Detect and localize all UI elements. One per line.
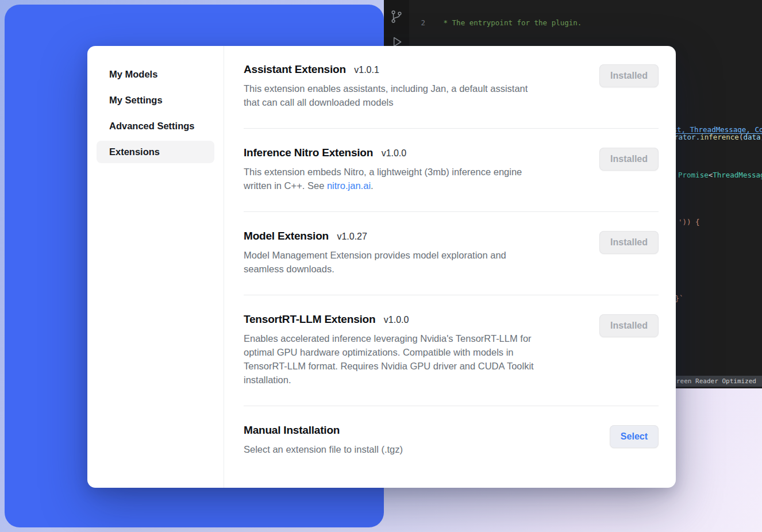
manual-installation-row: Manual Installation Select an extension … (244, 406, 659, 468)
extension-version: v1.0.0 (384, 315, 409, 325)
installed-button[interactable]: Installed (599, 231, 659, 254)
select-file-button[interactable]: Select (610, 425, 659, 448)
extension-description: seamless downloads. (244, 262, 506, 276)
sidebar-item-label: Advanced Settings (109, 121, 195, 131)
sidebar-item-my-settings[interactable]: My Settings (97, 89, 214, 111)
extension-info: Assistant Extension v1.0.1 This extensio… (244, 63, 528, 109)
nitro-jan-ai-link[interactable]: nitro.jan.ai (327, 180, 371, 191)
extension-info: TensortRT-LLM Extension v1.0.0 Enables a… (244, 313, 534, 387)
sidebar-item-my-models[interactable]: My Models (97, 63, 214, 86)
installed-button[interactable]: Installed (599, 148, 659, 171)
extension-description: Model Management Extension provides mode… (244, 248, 506, 262)
manual-installation-title: Manual Installation (244, 424, 340, 436)
code-fragment: ')) { (678, 218, 700, 226)
extension-title: Assistant Extension (244, 63, 346, 75)
settings-modal: My Models My Settings Advanced Settings … (87, 46, 676, 488)
extension-version: v1.0.1 (354, 65, 379, 75)
extension-title: Model Extension (244, 230, 329, 242)
extension-info: Manual Installation Select an extension … (244, 424, 403, 456)
extensions-panel: Assistant Extension v1.0.1 This extensio… (224, 46, 676, 488)
extension-description: This extension embeds Nitro, a lightweig… (244, 165, 522, 179)
sidebar-item-extensions[interactable]: Extensions (97, 141, 214, 163)
extension-row-nitro: Inference Nitro Extension v1.0.0 This ex… (244, 129, 659, 212)
extension-description: installation. (244, 373, 534, 387)
sidebar-item-advanced-settings[interactable]: Advanced Settings (97, 115, 214, 137)
extension-title: Inference Nitro Extension (244, 147, 373, 159)
installed-button[interactable]: Installed (599, 64, 659, 87)
extension-description: optimal GPU hardware optimizations. Comp… (244, 345, 534, 359)
code-line: 2 * The entrypoint for the plugin. (409, 18, 762, 28)
extension-description: TensorRT-LLM format. Requires Nvidia GPU… (244, 359, 534, 373)
screen-reader-status[interactable]: Screen Reader Optimized (664, 376, 762, 387)
extension-version: v1.0.0 (382, 148, 407, 158)
code-fragment: rator.inference(data)); (674, 133, 762, 141)
extension-info: Inference Nitro Extension v1.0.0 This ex… (244, 147, 522, 192)
extension-description: written in C++. See nitro.jan.ai. (244, 179, 522, 192)
settings-sidebar: My Models My Settings Advanced Settings … (87, 46, 224, 488)
sidebar-item-label: My Settings (109, 95, 163, 105)
extension-title: TensortRT-LLM Extension (244, 313, 375, 325)
sidebar-item-label: Extensions (109, 147, 160, 157)
installed-button[interactable]: Installed (599, 314, 659, 337)
extension-version: v1.0.27 (337, 232, 367, 241)
extension-row-model: Model Extension v1.0.27 Model Management… (244, 212, 659, 295)
extension-info: Model Extension v1.0.27 Model Management… (244, 230, 506, 276)
extension-description: Enables accelerated inference leveraging… (244, 331, 534, 345)
extension-row-assistant: Assistant Extension v1.0.1 This extensio… (244, 46, 659, 129)
extension-description: that can call all downloaded models (244, 95, 528, 109)
manual-installation-description: Select an extension file to install (.tg… (244, 442, 403, 456)
code-fragment: Promise<ThreadMessage> (678, 171, 762, 179)
source-control-icon[interactable] (389, 9, 404, 24)
sidebar-item-label: My Models (109, 69, 157, 79)
extension-description: This extension enables assistants, inclu… (244, 82, 528, 95)
line-number: 2 (409, 18, 425, 28)
extension-row-tensorrt: TensortRT-LLM Extension v1.0.0 Enables a… (244, 295, 659, 406)
